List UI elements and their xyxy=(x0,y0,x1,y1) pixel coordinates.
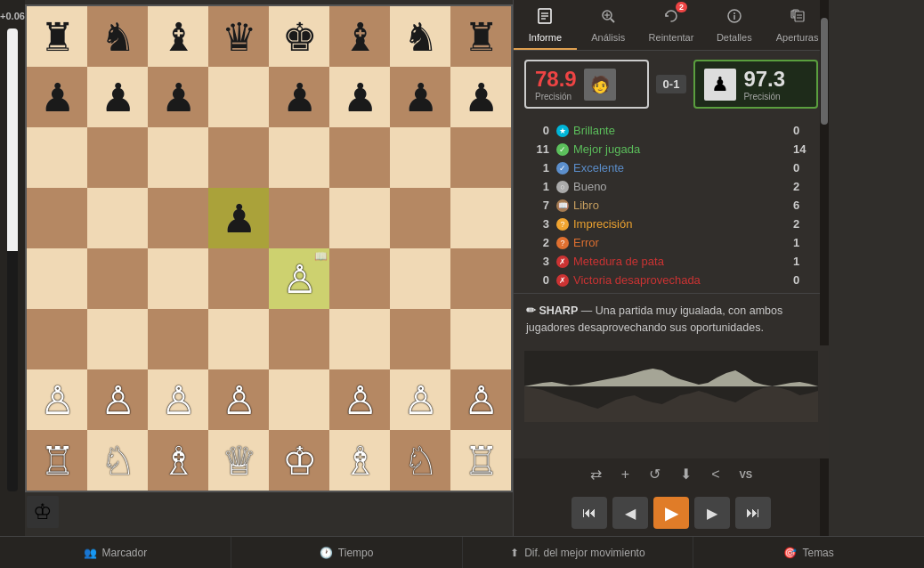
square-a4[interactable] xyxy=(27,248,87,309)
square-b5[interactable] xyxy=(87,188,148,248)
square-c8[interactable]: ♝ xyxy=(148,6,208,67)
square-e8[interactable]: ♚ xyxy=(269,6,329,67)
tab-detalles[interactable]: Detalles xyxy=(702,0,766,50)
tiempo-label: Tiempo xyxy=(338,547,374,559)
square-e1[interactable]: ♔ xyxy=(269,430,329,491)
square-a5[interactable] xyxy=(27,188,87,248)
square-g4[interactable] xyxy=(390,248,450,309)
stat-left-5: 3 xyxy=(524,217,549,231)
bottom-tiempo[interactable]: 🕐 Tiempo xyxy=(231,537,463,568)
square-d6[interactable] xyxy=(208,127,269,188)
next-move-btn[interactable]: ▶ xyxy=(694,497,730,529)
white-piece: ♔ xyxy=(282,438,317,483)
square-c5[interactable] xyxy=(148,188,208,248)
reintentar-badge: 2 xyxy=(676,2,687,12)
square-f6[interactable] xyxy=(329,127,390,188)
square-d1[interactable]: ♕ xyxy=(208,430,269,491)
chess-board[interactable]: ♜♞♝♛♚♝♞♜♟♟♟♟♟♟♟♟♙📖♙♙♙♙♙♙♙♖♘♗♕♔♗♘♖ xyxy=(25,4,513,492)
square-g3[interactable] xyxy=(390,309,450,369)
square-h5[interactable] xyxy=(450,188,511,248)
square-d2[interactable]: ♙ xyxy=(208,369,269,430)
square-g8[interactable]: ♞ xyxy=(390,6,450,67)
square-h3[interactable] xyxy=(450,309,511,369)
tab-analisis[interactable]: Análisis xyxy=(577,0,640,50)
stat-left-7: 3 xyxy=(524,255,549,268)
square-h1[interactable]: ♖ xyxy=(450,430,511,491)
play-btn[interactable]: ▶ xyxy=(653,497,689,529)
precision-score-p1: 78.9 xyxy=(535,67,577,92)
vs-btn[interactable]: VS xyxy=(734,466,758,483)
square-g1[interactable]: ♘ xyxy=(390,430,450,491)
square-d8[interactable]: ♛ xyxy=(208,6,269,67)
square-f7[interactable]: ♟ xyxy=(329,67,390,127)
square-h2[interactable]: ♙ xyxy=(450,369,511,430)
square-h4[interactable] xyxy=(450,248,511,309)
square-h6[interactable] xyxy=(450,127,511,188)
square-d3[interactable] xyxy=(208,309,269,369)
tabs-bar: Informe Análisis 2 Reintentar Detalle xyxy=(514,0,829,51)
square-c6[interactable] xyxy=(148,127,208,188)
square-f8[interactable]: ♝ xyxy=(329,6,390,67)
stat-label-3: Bueno xyxy=(573,180,607,193)
tab-informe[interactable]: Informe xyxy=(514,0,577,50)
dif-label: Dif. del mejor movimiento xyxy=(524,547,644,559)
square-b2[interactable]: ♙ xyxy=(87,369,148,430)
black-piece: ♛ xyxy=(222,14,256,60)
white-piece: ♙ xyxy=(101,377,135,423)
square-a3[interactable] xyxy=(27,309,87,369)
flip-board-btn[interactable]: ⇄ xyxy=(585,462,607,486)
square-e2[interactable] xyxy=(269,369,329,430)
square-a1[interactable]: ♖ xyxy=(27,430,87,491)
square-b8[interactable]: ♞ xyxy=(87,6,148,67)
square-c4[interactable] xyxy=(148,248,208,309)
square-f4[interactable] xyxy=(329,248,390,309)
download-btn[interactable]: ⬇ xyxy=(675,462,697,486)
square-g5[interactable] xyxy=(390,188,450,248)
square-f1[interactable]: ♗ xyxy=(329,430,390,491)
first-move-btn[interactable]: ⏮ xyxy=(571,497,607,529)
square-a7[interactable]: ♟ xyxy=(27,67,87,127)
stat-dot-blunder: ✗ xyxy=(556,256,569,268)
square-h7[interactable]: ♟ xyxy=(450,67,511,127)
square-e4[interactable]: ♙📖 xyxy=(269,248,329,309)
square-e3[interactable] xyxy=(269,309,329,369)
share-btn[interactable]: < xyxy=(706,463,725,486)
square-c7[interactable]: ♟ xyxy=(148,67,208,127)
black-piece: ♜ xyxy=(40,14,75,60)
square-d4[interactable] xyxy=(208,248,269,309)
square-g2[interactable]: ♙ xyxy=(390,369,450,430)
bottom-marcador[interactable]: 👥 Marcador xyxy=(0,537,231,568)
precision-card-player2: ♟ 97.3 Precisión xyxy=(693,60,818,109)
refresh-btn[interactable]: ↺ xyxy=(644,462,666,486)
tab-reintentar[interactable]: 2 Reintentar xyxy=(640,0,703,50)
square-f3[interactable] xyxy=(329,309,390,369)
square-b7[interactable]: ♟ xyxy=(87,67,148,127)
square-d7[interactable] xyxy=(208,67,269,127)
square-b6[interactable] xyxy=(87,127,148,188)
square-g6[interactable] xyxy=(390,127,450,188)
square-h8[interactable]: ♜ xyxy=(450,6,511,67)
square-g7[interactable]: ♟ xyxy=(390,67,450,127)
eval-white-portion xyxy=(7,28,18,251)
square-e5[interactable] xyxy=(269,188,329,248)
square-d5[interactable]: ♟ xyxy=(208,188,269,248)
square-c2[interactable]: ♙ xyxy=(148,369,208,430)
square-f5[interactable] xyxy=(329,188,390,248)
last-move-btn[interactable]: ⏭ xyxy=(735,497,771,529)
square-c3[interactable] xyxy=(148,309,208,369)
black-piece: ♟ xyxy=(464,75,498,120)
square-e7[interactable]: ♟ xyxy=(269,67,329,127)
square-b3[interactable] xyxy=(87,309,148,369)
square-a2[interactable]: ♙ xyxy=(27,369,87,430)
square-b1[interactable]: ♘ xyxy=(87,430,148,491)
square-e6[interactable] xyxy=(269,127,329,188)
bottom-dif[interactable]: ⬆ Dif. del mejor movimiento xyxy=(463,537,694,568)
square-b4[interactable] xyxy=(87,248,148,309)
square-a6[interactable] xyxy=(27,127,87,188)
bottom-temas[interactable]: 🎯 Temas xyxy=(693,537,924,568)
add-btn[interactable]: + xyxy=(616,463,635,486)
prev-move-btn[interactable]: ◀ xyxy=(612,497,648,529)
square-a8[interactable]: ♜ xyxy=(27,6,87,67)
square-f2[interactable]: ♙ xyxy=(329,369,390,430)
square-c1[interactable]: ♗ xyxy=(148,430,208,491)
